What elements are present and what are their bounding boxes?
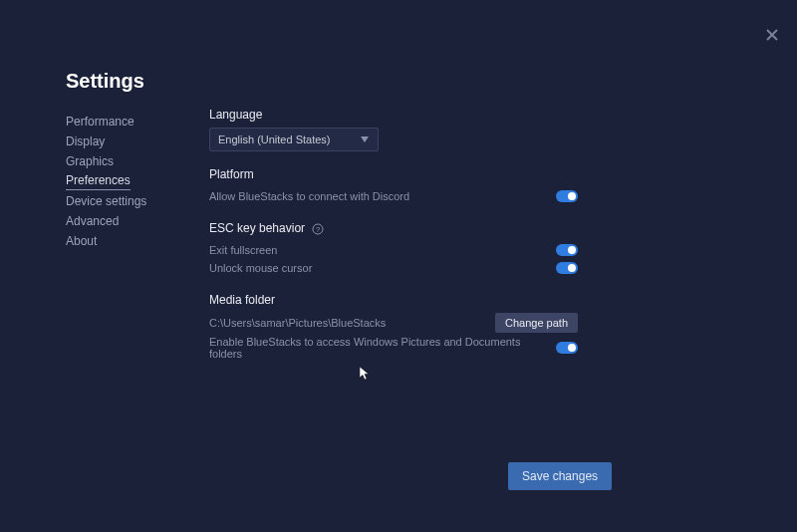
unlock-cursor-toggle[interactable] [556, 262, 578, 274]
sidebar-item-advanced[interactable]: Advanced [66, 211, 185, 231]
close-icon [766, 29, 778, 41]
esc-title-text: ESC key behavior [209, 221, 305, 235]
sidebar-item-performance[interactable]: Performance [66, 112, 185, 132]
exit-fullscreen-label: Exit fullscreen [209, 244, 277, 256]
close-button[interactable] [762, 25, 782, 45]
unlock-cursor-label: Unlock mouse cursor [209, 262, 312, 274]
sidebar-item-graphics[interactable]: Graphics [66, 151, 185, 171]
discord-toggle-label: Allow BlueStacks to connect with Discord [209, 190, 409, 202]
save-changes-button[interactable]: Save changes [508, 462, 612, 490]
language-section: Language English (United States) [209, 108, 578, 151]
platform-title: Platform [209, 167, 578, 181]
cursor-icon [360, 367, 372, 381]
svg-marker-2 [361, 136, 369, 142]
sidebar-item-display[interactable]: Display [66, 132, 185, 151]
language-title: Language [209, 108, 578, 122]
discord-toggle[interactable] [556, 190, 578, 202]
chevron-down-icon [358, 133, 372, 146]
help-icon[interactable]: ? [312, 223, 324, 235]
change-path-button[interactable]: Change path [495, 313, 578, 333]
sidebar-item-about[interactable]: About [66, 231, 185, 251]
preferences-content: Language English (United States) Platfor… [209, 108, 578, 373]
sidebar-item-device-settings[interactable]: Device settings [66, 191, 185, 211]
esc-section: ESC key behavior ? Exit fullscreen Unloc… [209, 221, 578, 277]
platform-section: Platform Allow BlueStacks to connect wit… [209, 167, 578, 205]
media-section: Media folder C:\Users\samar\Pictures\Blu… [209, 293, 578, 357]
page-title: Settings [66, 70, 144, 93]
media-access-toggle[interactable] [556, 342, 578, 354]
language-select-value: English (United States) [218, 129, 331, 150]
media-access-label: Enable BlueStacks to access Windows Pict… [209, 336, 556, 360]
media-path: C:\Users\samar\Pictures\BlueStacks [209, 317, 386, 329]
language-select[interactable]: English (United States) [209, 128, 379, 151]
settings-sidebar: Performance Display Graphics Preferences… [66, 112, 185, 251]
media-title: Media folder [209, 293, 578, 307]
svg-marker-5 [360, 367, 369, 380]
esc-title: ESC key behavior ? [209, 221, 578, 235]
exit-fullscreen-toggle[interactable] [556, 244, 578, 256]
sidebar-item-preferences[interactable]: Preferences [66, 171, 131, 190]
svg-text:?: ? [316, 225, 321, 234]
